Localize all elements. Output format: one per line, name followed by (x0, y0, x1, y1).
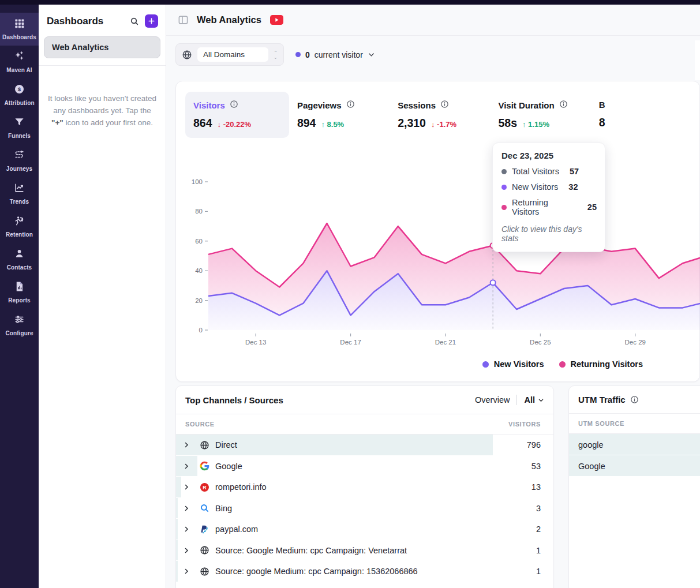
source-name: Google (215, 462, 242, 471)
source-row[interactable]: paypal.com2 (176, 519, 553, 540)
stat-value: 8 (599, 116, 605, 129)
legend-dot (559, 361, 566, 368)
source-row[interactable]: Rrompetori.info13 (176, 477, 553, 498)
stat-label: Visit Duration (498, 100, 554, 110)
nav-item-label: Reports (8, 297, 30, 304)
stat-value: 2,310 (398, 117, 426, 130)
legend-label: New Visitors (494, 359, 544, 369)
nav-item-journeys[interactable]: Journeys (0, 144, 39, 177)
search-icon[interactable] (130, 17, 139, 26)
report-icon (14, 281, 25, 294)
overview-link[interactable]: Overview (475, 395, 516, 405)
source-row[interactable]: Source: google Medium: cpc Campaign: 153… (176, 561, 553, 582)
utm-row[interactable]: Google (569, 455, 700, 477)
nav-item-label: Journeys (6, 166, 32, 172)
select-stepper-icon: ⌃⌃ (274, 51, 279, 58)
stat-visitors[interactable]: Visitors864↓ -20.22% (185, 92, 289, 138)
source-row[interactable]: Google53 (176, 456, 553, 477)
dashboard-list-item-web-analytics[interactable]: Web Analytics (44, 36, 160, 58)
nav-item-label: Contacts (7, 264, 32, 271)
info-icon (346, 100, 355, 110)
nav-item-contacts[interactable]: Contacts (0, 243, 39, 276)
rompetori-icon: R (200, 482, 209, 492)
nav-item-trends[interactable]: Trends (0, 177, 39, 210)
nav-item-label: Configure (5, 330, 33, 336)
stat-label: Visitors (193, 100, 225, 110)
source-row[interactable]: Source: Google Medium: cpc Campaign: Ven… (176, 540, 553, 561)
panel-toggle-icon[interactable] (178, 14, 189, 25)
main-content: Web Analytics All Domains ⌃⌃ 0 current v… (166, 5, 700, 588)
nav-item-retention[interactable]: Retention (0, 210, 39, 243)
add-dashboard-button[interactable] (145, 14, 158, 28)
tooltip-note: Click to view this day's stats (501, 224, 597, 243)
area-chart-svg[interactable]: 020406080100Dec 13Dec 17Dec 21Dec 25Dec … (185, 178, 700, 348)
share-bar (176, 540, 178, 561)
nav-item-attribution[interactable]: $Attribution (0, 78, 39, 111)
utm-row[interactable]: google (569, 434, 700, 455)
tooltip-series-label: Total Visitors (512, 167, 559, 176)
stat-visit-duration[interactable]: Visit Duration58s↑ 1.15% (498, 92, 598, 138)
globe-icon (200, 567, 209, 576)
youtube-icon (270, 15, 283, 25)
dashboards-panel-title: Dashboards (47, 16, 124, 27)
stat-b[interactable]: B8 (599, 92, 699, 138)
svg-text:60: 60 (195, 238, 203, 245)
all-filter-dropdown[interactable]: All (524, 395, 544, 405)
globe-icon (200, 545, 209, 555)
chevron-right-icon[interactable] (183, 547, 192, 554)
stat-label-row: Pageviews (297, 100, 398, 110)
globe-icon (200, 440, 209, 450)
main-header: Web Analytics (166, 5, 700, 36)
sources-table-header: SOURCE VISITORS (176, 414, 553, 435)
top-channels-card: Top Channels / Sources Overview All SOUR… (175, 385, 554, 588)
tooltip-series-label: New Visitors (512, 182, 558, 192)
chevron-right-icon[interactable] (183, 568, 192, 575)
stat-label: Sessions (398, 100, 436, 110)
nav-item-label: Attribution (4, 100, 34, 106)
source-name: Direct (215, 440, 237, 450)
stat-label-row: Visitors (193, 100, 281, 110)
tooltip-row-new-visitors: New Visitors32 (501, 182, 597, 192)
utm-traffic-card: UTM Traffic UTM SOURCE googleGoogle (568, 385, 700, 588)
nav-item-reports[interactable]: Reports (0, 276, 39, 309)
visitors-chart[interactable]: 020406080100Dec 13Dec 17Dec 21Dec 25Dec … (185, 178, 699, 348)
chevron-right-icon[interactable] (183, 526, 192, 533)
chevron-right-icon[interactable] (183, 463, 192, 470)
stat-value-row: 864↓ -20.22% (193, 117, 281, 130)
utm-source-name: google (578, 440, 604, 450)
tooltip-series-value: 32 (568, 182, 578, 192)
domain-select[interactable]: All Domains ⌃⌃ (175, 43, 284, 66)
stat-pageviews[interactable]: Pageviews894↑ 8.5% (297, 92, 398, 138)
dollar-icon: $ (14, 84, 25, 97)
nav-item-configure[interactable]: Configure (0, 309, 39, 342)
stat-label-row: B (599, 100, 699, 110)
share-bar (176, 477, 181, 497)
svg-text:Dec 17: Dec 17 (340, 339, 361, 346)
visitor-count: 0 (305, 50, 310, 59)
nav-item-funnels[interactable]: Funnels (0, 111, 39, 144)
chevron-right-icon[interactable] (183, 505, 192, 512)
nav-item-maven-ai[interactable]: Maven AI (0, 46, 39, 78)
svg-text:100: 100 (192, 178, 203, 185)
source-row[interactable]: Direct796 (176, 435, 553, 456)
source-row[interactable]: Bing3 (176, 498, 553, 519)
column-utm-source: UTM SOURCE (578, 420, 624, 427)
source-visitors: 53 (531, 462, 541, 471)
utm-table-body: googleGoogle (569, 434, 700, 477)
scrollbar-track[interactable] (695, 40, 700, 80)
info-icon (559, 100, 568, 110)
nav-item-dashboards[interactable]: Dashboards (0, 13, 39, 46)
chevron-right-icon[interactable] (183, 484, 192, 490)
svg-text:Dec 29: Dec 29 (624, 339, 645, 346)
current-visitor-dropdown[interactable]: 0 current visitor (295, 50, 375, 59)
chevron-right-icon[interactable] (183, 441, 192, 448)
source-name: rompetori.info (215, 482, 267, 492)
dashboards-panel: Dashboards Web Analytics It looks like y… (39, 5, 166, 588)
tooltip-series-value: 57 (570, 167, 579, 176)
stat-sessions[interactable]: Sessions2,310↓ -1.7% (398, 92, 498, 138)
stat-value-row: 894↑ 8.5% (297, 117, 398, 130)
info-icon (440, 100, 449, 110)
source-visitors: 1 (536, 567, 541, 576)
source-visitors: 3 (536, 504, 541, 513)
chart-legend: New VisitorsReturning Visitors (185, 359, 699, 369)
